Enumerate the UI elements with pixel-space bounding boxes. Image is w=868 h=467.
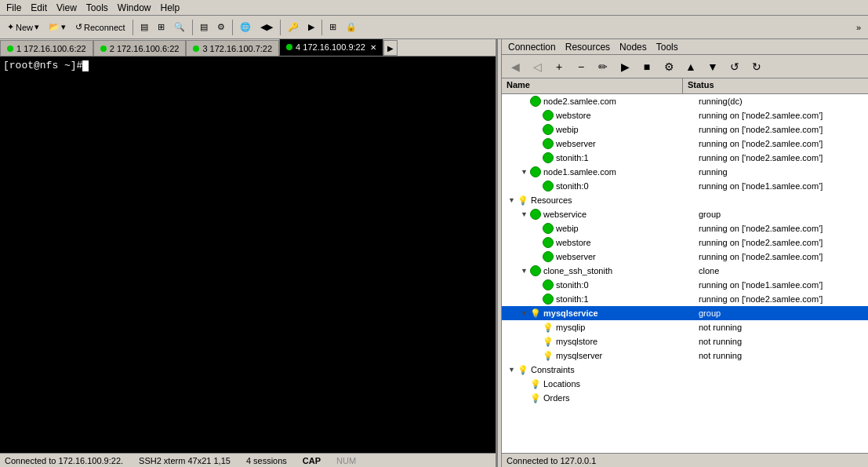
- refresh2-button[interactable]: ↻: [746, 57, 767, 76]
- menu-edit[interactable]: Edit: [26, 1, 52, 15]
- tab-2[interactable]: 2 172.16.100.6:22: [93, 40, 187, 56]
- expand-arrow-icon[interactable]: ▼: [521, 210, 530, 218]
- prev-button[interactable]: ◁: [527, 57, 547, 76]
- tree-row[interactable]: stonith:0running on ['node1.samlee.com']: [502, 278, 868, 292]
- tab-4[interactable]: 4 172.16.100.9:22 ✕: [279, 39, 383, 56]
- expand-arrow-icon[interactable]: ▼: [508, 196, 518, 204]
- tree-row[interactable]: ▼clone_ssh_stonithclone: [502, 264, 868, 278]
- tree-row[interactable]: webstorerunning on ['node2.samlee.com']: [502, 235, 868, 250]
- cluster-menu-resources[interactable]: Resources: [561, 40, 615, 54]
- tree-row[interactable]: webiprunning on ['node2.samlee.com']: [502, 122, 868, 137]
- open-button[interactable]: 📂 ▾: [45, 18, 70, 37]
- prompt-text: [root@nfs ~]#: [3, 60, 82, 71]
- terminal[interactable]: [root@nfs ~]#: [0, 57, 496, 453]
- green-circle-icon: [543, 279, 554, 290]
- terminal-prompt-line: [root@nfs ~]#: [3, 60, 492, 71]
- tree-item-name: stonith:0: [556, 280, 589, 290]
- tab-scroll-right[interactable]: ▶: [383, 40, 398, 56]
- action-button[interactable]: ⚙: [659, 57, 679, 76]
- cluster-menu-connection[interactable]: Connection: [503, 40, 561, 54]
- expand-arrow-icon[interactable]: ▼: [508, 366, 518, 374]
- tree-row[interactable]: stonith:1running on ['node2.samlee.com']: [502, 292, 868, 306]
- expand-button[interactable]: »: [852, 18, 865, 37]
- cluster-menu-tools[interactable]: Tools: [652, 40, 683, 54]
- reconnect-button[interactable]: ↺ Reconnect: [71, 18, 129, 37]
- tab-3[interactable]: 3 172.16.100.7:22: [186, 40, 279, 56]
- down-button[interactable]: ▼: [703, 57, 723, 76]
- expand-arrow-icon[interactable]: ▼: [521, 309, 530, 317]
- tab-close-icon[interactable]: ✕: [370, 43, 376, 52]
- add-button[interactable]: +: [549, 57, 569, 76]
- up-button[interactable]: ▲: [681, 57, 701, 76]
- tab-1[interactable]: 1 172.16.100.6:22: [0, 40, 93, 56]
- tree-item-name: Constraints: [531, 365, 575, 374]
- menu-window[interactable]: Window: [113, 1, 156, 15]
- green-circle-icon: [543, 237, 554, 248]
- new-button[interactable]: ✦ New ▾: [3, 18, 43, 37]
- menu-file[interactable]: File: [2, 1, 26, 15]
- tree-row[interactable]: 💡Locations: [502, 377, 868, 391]
- menu-tools[interactable]: Tools: [82, 1, 113, 15]
- tree-row[interactable]: 💡Orders: [502, 391, 868, 405]
- tree-row[interactable]: 💡mysqlservernot running: [502, 348, 868, 363]
- stop-button[interactable]: ■: [637, 57, 657, 76]
- expand-arrow-icon[interactable]: ▼: [521, 267, 530, 275]
- tb-btn2[interactable]: ⊞: [154, 18, 169, 37]
- tree-item-name: webservice: [543, 210, 587, 219]
- lightbulb-icon: 💡: [518, 195, 528, 206]
- cluster-menu-nodes[interactable]: Nodes: [615, 40, 652, 54]
- tree-container[interactable]: node2.samlee.comrunning(dc)webstorerunni…: [502, 94, 868, 453]
- start-button[interactable]: ▶: [615, 57, 635, 76]
- lightbulb-icon: 💡: [530, 392, 541, 403]
- tb-btn9[interactable]: ▶: [304, 18, 318, 37]
- tree-row[interactable]: 💡mysqlstorenot running: [502, 334, 868, 348]
- tree-row[interactable]: ▼node1.samlee.comrunning: [502, 165, 868, 179]
- tb-btn3[interactable]: 🔍: [170, 18, 189, 37]
- tree-row[interactable]: webserverrunning on ['node2.samlee.com']: [502, 137, 868, 151]
- tb-icon11: 🔒: [346, 22, 357, 32]
- up-icon: ▲: [685, 60, 696, 73]
- col-status: Status: [683, 78, 855, 93]
- expand-arrow-icon[interactable]: ▼: [521, 168, 530, 176]
- menu-help[interactable]: Help: [156, 1, 185, 15]
- edit-icon: ✏: [598, 60, 608, 73]
- tree-row[interactable]: stonith:0running on ['node1.samlee.com']: [502, 179, 868, 193]
- tree-item-status: running on ['node1.samlee.com']: [695, 280, 868, 290]
- tree-row[interactable]: 💡mysqlipnot running: [502, 320, 868, 334]
- tb-btn10[interactable]: ⊞: [325, 18, 340, 37]
- tree-row[interactable]: ▼💡Resources: [502, 193, 868, 207]
- tb-btn5[interactable]: ⚙: [213, 18, 229, 37]
- tree-row[interactable]: webserverrunning on ['node2.samlee.com']: [502, 250, 868, 264]
- tb-btn8[interactable]: 🔑: [284, 18, 303, 37]
- dropdown-arrow-icon: ▾: [35, 22, 39, 32]
- refresh-button[interactable]: ↺: [725, 57, 745, 76]
- tb-btn11[interactable]: 🔒: [342, 18, 361, 37]
- menu-view[interactable]: View: [52, 1, 82, 15]
- tab-dot-2: [100, 46, 107, 52]
- tree-item-name: node1.samlee.com: [543, 167, 616, 177]
- green-circle-icon: [530, 96, 541, 107]
- back-icon: ◀: [511, 60, 520, 73]
- tree-item-status: running on ['node2.samlee.com']: [695, 224, 868, 233]
- tb-btn4[interactable]: ▤: [196, 18, 212, 37]
- tree-row[interactable]: webstorerunning on ['node2.samlee.com']: [502, 108, 868, 122]
- sessions-count: 4 sessions: [246, 456, 287, 465]
- reconnect-icon: ↺: [75, 22, 82, 32]
- tree-row[interactable]: ▼💡mysqlservicegroup: [502, 306, 868, 320]
- tree-row[interactable]: ▼webservicegroup: [502, 207, 868, 221]
- cap-indicator: CAP: [303, 456, 321, 465]
- tree-row[interactable]: webiprunning on ['node2.samlee.com']: [502, 221, 868, 235]
- tb-btn7[interactable]: ◀▶: [256, 18, 277, 37]
- tree-item-name: stonith:1: [556, 294, 589, 304]
- tb-icon7: ◀▶: [260, 22, 273, 32]
- tab-label-2: 2 172.16.100.6:22: [110, 44, 180, 53]
- back-button[interactable]: ◀: [505, 57, 525, 76]
- tb-btn6[interactable]: 🌐: [236, 18, 255, 37]
- remove-button[interactable]: −: [571, 57, 591, 76]
- edit-button[interactable]: ✏: [593, 57, 613, 76]
- tree-row[interactable]: stonith:1running on ['node2.samlee.com']: [502, 151, 868, 165]
- tree-row[interactable]: ▼💡Constraints: [502, 363, 868, 377]
- tree-row[interactable]: node2.samlee.comrunning(dc): [502, 94, 868, 108]
- tree-item-status: not running: [695, 351, 868, 360]
- tb-btn1[interactable]: ▤: [136, 18, 152, 37]
